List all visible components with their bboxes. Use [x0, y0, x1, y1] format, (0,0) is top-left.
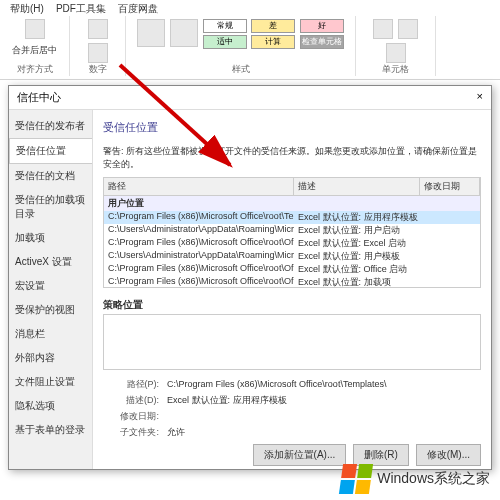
tab-help[interactable]: 帮助(H) — [10, 2, 44, 16]
add-location-button[interactable]: 添加新位置(A)... — [253, 444, 347, 466]
format-icon[interactable] — [386, 43, 406, 63]
list-item[interactable]: C:\Program Files (x86)\Microsoft Office\… — [104, 276, 480, 288]
sidebar-item-trusted-docs[interactable]: 受信任的文档 — [9, 164, 92, 188]
modify-button[interactable]: 修改(M)... — [416, 444, 481, 466]
policy-list[interactable] — [103, 314, 481, 370]
ribbon: 帮助(H) PDF工具集 百度网盘 合并后居中 对齐方式 数字 常规 差 好 适… — [0, 0, 500, 80]
group-alignment-label: 对齐方式 — [0, 63, 69, 76]
detail-subfolder: 允许 — [167, 427, 185, 437]
detail-desc: Excel 默认位置: 应用程序模板 — [167, 395, 287, 405]
close-icon[interactable]: × — [477, 90, 483, 105]
trust-center-main: 受信任位置 警告: 所有这些位置都被视为打开文件的受信任来源。如果您更改或添加位… — [93, 110, 491, 469]
section-heading: 受信任位置 — [103, 120, 481, 135]
remove-button[interactable]: 删除(R) — [353, 444, 409, 466]
group-cell-label: 单元格 — [356, 63, 435, 76]
align-icon[interactable] — [25, 19, 45, 39]
watermark: Windows系统之家 — [341, 464, 490, 494]
list-item[interactable]: C:\Program Files (x86)\Microsoft Office\… — [104, 237, 480, 250]
group-style-label: 样式 — [126, 63, 355, 76]
list-header: 路径 描述 修改日期 — [103, 177, 481, 196]
sidebar-item-trusted-locations[interactable]: 受信任位置 — [9, 138, 92, 164]
number-icon[interactable] — [88, 19, 108, 39]
delete-icon[interactable] — [398, 19, 418, 39]
list-section-policy: 策略位置 — [103, 298, 481, 312]
sidebar-item-catalogs[interactable]: 受信任的加载项目录 — [9, 188, 92, 226]
table-format-icon[interactable] — [170, 19, 198, 47]
tab-baidu[interactable]: 百度网盘 — [118, 2, 158, 16]
dialog-title: 信任中心 — [17, 90, 61, 105]
conditional-format-icon[interactable] — [137, 19, 165, 47]
windows-logo-icon — [339, 464, 373, 494]
trust-center-dialog: 信任中心 × 受信任的发布者 受信任位置 受信任的文档 受信任的加载项目录 加载… — [8, 85, 492, 470]
sidebar-item-privacy[interactable]: 隐私选项 — [9, 394, 92, 418]
sidebar-item-external[interactable]: 外部内容 — [9, 346, 92, 370]
sidebar-item-activex[interactable]: ActiveX 设置 — [9, 250, 92, 274]
style-good[interactable]: 好 — [300, 19, 344, 33]
sidebar-item-fileblock[interactable]: 文件阻止设置 — [9, 370, 92, 394]
merge-center-button[interactable]: 合并后居中 — [10, 42, 59, 59]
col-desc[interactable]: 描述 — [294, 178, 420, 195]
percent-icon[interactable] — [88, 43, 108, 63]
list-item[interactable]: C:\Program Files (x86)\Microsoft Office\… — [104, 211, 480, 224]
detail-panel: 路径(P):C:\Program Files (x86)\Microsoft O… — [103, 376, 481, 440]
warning-text: 警告: 所有这些位置都被视为打开文件的受信任来源。如果您更改或添加位置，请确保新… — [103, 145, 481, 171]
sidebar-item-macro[interactable]: 宏设置 — [9, 274, 92, 298]
sidebar-item-addins[interactable]: 加载项 — [9, 226, 92, 250]
sidebar-item-messagebar[interactable]: 消息栏 — [9, 322, 92, 346]
style-neutral[interactable]: 适中 — [203, 35, 247, 49]
location-list[interactable]: 用户位置 C:\Program Files (x86)\Microsoft Of… — [103, 196, 481, 288]
list-section-user: 用户位置 — [104, 196, 480, 211]
style-check[interactable]: 检查单元格 — [300, 35, 344, 49]
tab-pdf[interactable]: PDF工具集 — [56, 2, 106, 16]
col-path[interactable]: 路径 — [104, 178, 294, 195]
list-item[interactable]: C:\Program Files (x86)\Microsoft Office\… — [104, 263, 480, 276]
style-calc[interactable]: 计算 — [251, 35, 295, 49]
list-item[interactable]: C:\Users\Administrator\AppData\Roaming\M… — [104, 250, 480, 263]
sidebar-item-publishers[interactable]: 受信任的发布者 — [9, 114, 92, 138]
group-number-label: 数字 — [70, 63, 125, 76]
col-date[interactable]: 修改日期 — [420, 178, 480, 195]
trust-center-sidebar: 受信任的发布者 受信任位置 受信任的文档 受信任的加载项目录 加载项 Activ… — [9, 110, 93, 469]
style-bad[interactable]: 差 — [251, 19, 295, 33]
insert-icon[interactable] — [373, 19, 393, 39]
style-normal[interactable]: 常规 — [203, 19, 247, 33]
detail-path: C:\Program Files (x86)\Microsoft Office\… — [167, 379, 386, 389]
sidebar-item-formlogin[interactable]: 基于表单的登录 — [9, 418, 92, 442]
list-item[interactable]: C:\Users\Administrator\AppData\Roaming\M… — [104, 224, 480, 237]
sidebar-item-protected-view[interactable]: 受保护的视图 — [9, 298, 92, 322]
